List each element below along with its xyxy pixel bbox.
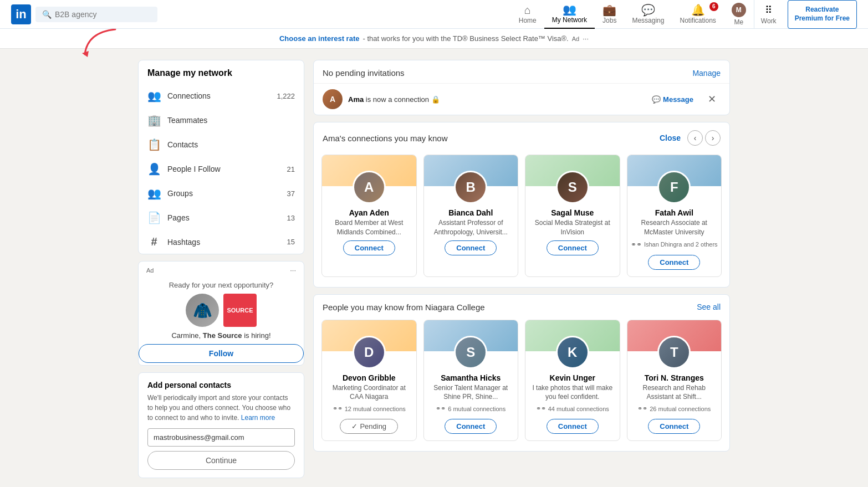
samantha-mutual: ⚭⚭ 6 mutual connections bbox=[436, 405, 506, 412]
conn-avatar: A bbox=[323, 89, 343, 109]
close-notification-button[interactable]: ✕ bbox=[703, 91, 721, 107]
ad-more-icon[interactable]: ··· bbox=[583, 34, 589, 43]
close-section-button[interactable]: Close bbox=[660, 134, 681, 142]
connect-button-tori[interactable]: Connect bbox=[648, 419, 700, 434]
samantha-title: Senior Talent Manager at Shine PR, Shine… bbox=[424, 382, 518, 403]
conn-text: Ama is now a connection 🔒 bbox=[348, 95, 642, 104]
continue-button[interactable]: Continue bbox=[147, 451, 295, 470]
search-icon: 🔍 bbox=[42, 10, 52, 19]
next-arrow-button[interactable]: › bbox=[705, 130, 721, 146]
contacts-label: Contacts bbox=[167, 140, 295, 149]
connect-button-3[interactable]: Connect bbox=[648, 255, 700, 270]
email-input[interactable] bbox=[147, 428, 295, 447]
ad-link[interactable]: Choose an interest rate bbox=[279, 34, 360, 43]
connections-count: 1,222 bbox=[277, 92, 295, 100]
people-follow-count: 21 bbox=[287, 165, 295, 173]
learn-more-link[interactable]: Learn more bbox=[241, 414, 275, 422]
svg-marker-0 bbox=[82, 51, 89, 57]
reactivate-line1: Reactivate bbox=[805, 6, 839, 14]
sidebar-item-contacts[interactable]: 📋 Contacts bbox=[139, 132, 304, 157]
devon-mutual: ⚭⚭ 12 mutual connections bbox=[333, 405, 406, 412]
notifications-icon: 🔔 bbox=[691, 4, 705, 16]
may-know-header: People you may know from Niagara College… bbox=[314, 295, 729, 316]
person-card-kevin: K Kevin Unger I take photos that will ma… bbox=[525, 320, 620, 442]
person-title-1: Assistant Professor of Anthropology, Uni… bbox=[424, 217, 518, 238]
person-avatar-1: A bbox=[354, 172, 384, 202]
mutual-text-3: Ishan Dhingra and 2 others bbox=[644, 241, 718, 248]
nav-notifications[interactable]: 🔔 6 Notifications bbox=[672, 0, 723, 29]
person-avatar-wrap-3: S bbox=[556, 171, 589, 204]
checkmark-icon: ✓ bbox=[351, 422, 358, 430]
main-header: in 🔍 ⌂ Home 👥 My Network 💼 Jobs 💬 Messag… bbox=[0, 0, 868, 29]
ad-prompt: Ready for your next opportunity? bbox=[139, 281, 304, 289]
nav-messaging[interactable]: 💬 Messaging bbox=[624, 0, 672, 29]
connect-button-kevin[interactable]: Connect bbox=[547, 419, 599, 434]
person-mutual-3: ⚭⚭ Ishan Dhingra and 2 others bbox=[631, 240, 718, 248]
jobs-icon: 💼 bbox=[603, 4, 616, 16]
nav-messaging-label: Messaging bbox=[632, 17, 664, 24]
person-card-sagal: S Sagal Muse Social Media Strategist at … bbox=[525, 155, 620, 277]
groups-label: Groups bbox=[167, 189, 280, 198]
message-button[interactable]: 💬 Message bbox=[647, 93, 698, 106]
messaging-icon: 💬 bbox=[641, 4, 655, 16]
person-card-bianca: B Bianca Dahl Assistant Professor of Ant… bbox=[423, 155, 519, 277]
see-all-button[interactable]: See all bbox=[697, 303, 721, 311]
pages-count: 13 bbox=[287, 214, 295, 222]
ad-hire-text: Carmine, The Source is hiring! bbox=[139, 331, 304, 340]
reactivate-line2: Premium for Free bbox=[795, 14, 850, 23]
sidebar-item-pages[interactable]: 📄 Pages 13 bbox=[139, 206, 304, 230]
kevin-mutual-text: 44 mutual connections bbox=[548, 406, 609, 412]
groups-count: 37 bbox=[287, 189, 295, 198]
contacts-card-title: Add personal contacts bbox=[147, 381, 295, 389]
person-card-fatah: F Fatah Awil Research Associate at McMas… bbox=[627, 155, 722, 277]
devon-avatar-wrap: D bbox=[353, 336, 386, 369]
connect-button-0[interactable]: Connect bbox=[343, 240, 395, 255]
linkedin-logo[interactable]: in bbox=[11, 4, 31, 24]
connection-notification: A Ama is now a connection 🔒 💬 Message ✕ bbox=[314, 83, 729, 115]
person-title-2: Social Media Strategist at InVision bbox=[525, 217, 620, 238]
work-label: Work bbox=[761, 17, 777, 25]
people-you-may-know-card: People you may know from Niagara College… bbox=[313, 294, 730, 452]
nav-my-network[interactable]: 👥 My Network bbox=[544, 0, 595, 29]
avatar: M bbox=[732, 3, 746, 17]
ad-follow-button[interactable]: Follow bbox=[139, 344, 304, 363]
sidebar-item-connections[interactable]: 👥 Connections 1,222 bbox=[139, 84, 304, 108]
prev-arrow-button[interactable]: ‹ bbox=[687, 130, 703, 146]
nav-home-label: Home bbox=[519, 17, 537, 24]
tori-avatar: T bbox=[659, 337, 689, 367]
devon-mutual-icon: ⚭⚭ bbox=[333, 405, 343, 412]
kevin-avatar-wrap: K bbox=[556, 336, 589, 369]
may-know-grid: D Devon Gribble Marketing Coordinator at… bbox=[314, 316, 729, 452]
sidebar-item-people-follow[interactable]: 👤 People I Follow 21 bbox=[139, 157, 304, 181]
manage-button[interactable]: Manage bbox=[692, 69, 721, 78]
ad-widget-more[interactable]: ··· bbox=[290, 266, 296, 274]
person-avatar-wrap-4: F bbox=[657, 171, 691, 204]
nav-jobs[interactable]: 💼 Jobs bbox=[595, 0, 624, 29]
reactivate-button[interactable]: Reactivate Premium for Free bbox=[788, 0, 857, 29]
sidebar: Manage my network 👥 Connections 1,222 🏢 … bbox=[138, 60, 304, 478]
connect-button-2[interactable]: Connect bbox=[547, 240, 599, 255]
sidebar-item-teammates[interactable]: 🏢 Teammates bbox=[139, 108, 304, 132]
pending-button-devon[interactable]: ✓ Pending bbox=[340, 419, 398, 434]
search-bar[interactable]: 🔍 bbox=[35, 7, 157, 22]
nav-home[interactable]: ⌂ Home bbox=[511, 0, 544, 29]
kevin-mutual: ⚭⚭ 44 mutual connections bbox=[536, 405, 609, 412]
tori-mutual-text: 26 mutual connections bbox=[650, 406, 711, 412]
nav-me[interactable]: M Me bbox=[724, 0, 754, 29]
amas-connections-grid: A Ayan Aden Board Member at West Midland… bbox=[314, 151, 729, 287]
sidebar-item-groups[interactable]: 👥 Groups 37 bbox=[139, 181, 304, 206]
main-content: No pending invitations Manage A Ama is n… bbox=[313, 60, 730, 478]
nav-work[interactable]: ⠿ Work bbox=[754, 0, 783, 29]
hashtags-label: Hashtags bbox=[167, 238, 280, 247]
pages-icon: 📄 bbox=[147, 211, 161, 224]
ad-images: 🧥 SOURCE bbox=[139, 294, 304, 327]
sidebar-item-hashtags[interactable]: # Hashtags 15 bbox=[139, 230, 304, 254]
mutual-icon-3: ⚭⚭ bbox=[631, 240, 642, 248]
connect-button-1[interactable]: Connect bbox=[445, 240, 497, 255]
contacts-card-desc: We'll periodically import and store your… bbox=[147, 393, 295, 423]
connect-button-samantha[interactable]: Connect bbox=[445, 419, 497, 434]
tori-mutual-icon: ⚭⚭ bbox=[637, 405, 647, 412]
search-input[interactable] bbox=[55, 10, 151, 19]
tori-mutual: ⚭⚭ 26 mutual connections bbox=[637, 405, 711, 412]
ad-rest-text: - that works for you with the TD® Busine… bbox=[362, 34, 568, 43]
